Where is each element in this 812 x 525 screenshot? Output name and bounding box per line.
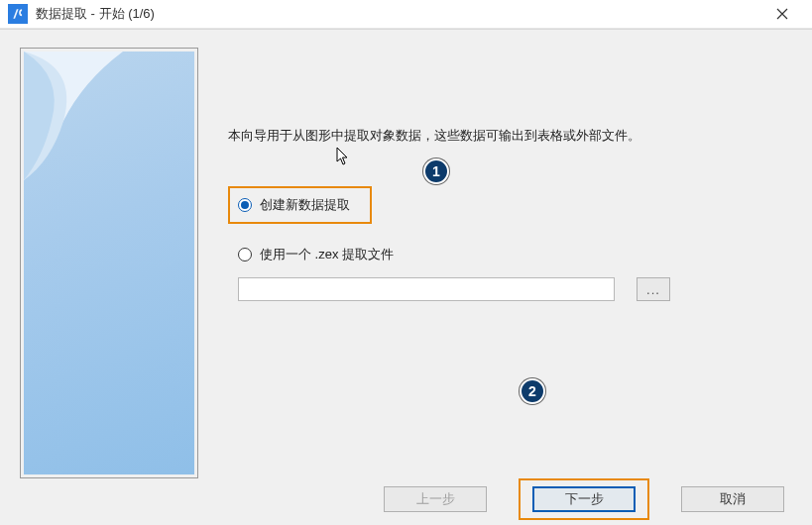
wizard-window: 数据提取 - 开始 (1/6) 本向导用于从图形中提取对象数据，这些数据可输出到… — [0, 0, 812, 525]
cancel-button[interactable]: 取消 — [681, 486, 784, 512]
annotation-callout-2: 2 — [520, 378, 545, 404]
intro-text: 本向导用于从图形中提取对象数据，这些数据可输出到表格或外部文件。 — [228, 127, 782, 145]
radio-create-new-label: 创建新数据提取 — [260, 196, 350, 214]
app-icon — [8, 4, 28, 24]
cancel-button-label: 取消 — [720, 490, 746, 508]
browse-button[interactable]: ... — [637, 277, 670, 301]
button-row: 上一步 下一步 取消 — [0, 478, 812, 525]
radio-create-new[interactable] — [238, 198, 252, 212]
window-title: 数据提取 - 开始 (1/6) — [36, 5, 762, 23]
next-button-highlight: 下一步 — [519, 478, 649, 520]
content-panel: 本向导用于从图形中提取对象数据，这些数据可输出到表格或外部文件。 创建新数据提取… — [210, 30, 812, 478]
body: 本向导用于从图形中提取对象数据，这些数据可输出到表格或外部文件。 创建新数据提取… — [0, 29, 812, 525]
browse-button-label: ... — [646, 282, 660, 297]
file-path-input[interactable] — [238, 277, 615, 301]
next-button-label: 下一步 — [565, 490, 604, 508]
page-curl-icon — [24, 52, 123, 180]
prev-button: 上一步 — [384, 486, 487, 512]
close-icon — [776, 8, 788, 20]
prev-button-label: 上一步 — [416, 490, 455, 508]
annotation-callout-1: 1 — [423, 158, 449, 184]
radio-use-existing[interactable] — [238, 248, 252, 262]
main-row: 本向导用于从图形中提取对象数据，这些数据可输出到表格或外部文件。 创建新数据提取… — [0, 30, 812, 478]
radio-use-existing-label: 使用一个 .zex 提取文件 — [260, 246, 394, 263]
option-use-existing-row: 使用一个 .zex 提取文件 — [238, 246, 782, 263]
next-button[interactable]: 下一步 — [532, 486, 636, 512]
close-button[interactable] — [762, 0, 802, 28]
option-create-new-highlight: 创建新数据提取 — [228, 186, 372, 224]
wizard-side-graphic — [20, 48, 198, 478]
file-row: ... — [238, 277, 782, 301]
titlebar: 数据提取 - 开始 (1/6) — [0, 0, 812, 29]
